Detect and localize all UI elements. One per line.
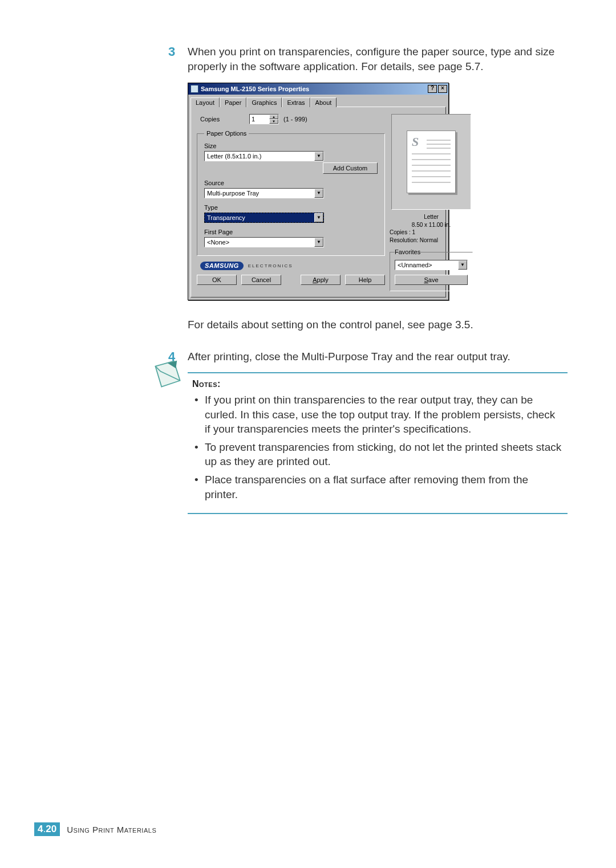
notes-block: Notes: If you print on thin transparenci… [188, 372, 568, 514]
step-3-after-text: For details about setting on the control… [188, 317, 568, 332]
copies-input[interactable] [250, 115, 269, 124]
copies-range: (1 - 999) [283, 116, 307, 123]
ok-button[interactable]: OK [197, 275, 237, 285]
note-item: To prevent transparencies from sticking,… [194, 440, 563, 469]
favorites-value: <Unnamed> [395, 262, 458, 268]
window-title: Samsung ML-2150 Series Properties [201, 85, 428, 92]
brand-subtext: ELECTRONICS [248, 263, 293, 268]
chevron-down-icon[interactable]: ▼ [314, 189, 323, 198]
source-combo[interactable]: Multi-purpose Tray ▼ [204, 188, 324, 198]
chevron-down-icon[interactable]: ▼ [314, 238, 323, 247]
first-page-value: <None> [205, 239, 314, 246]
help-button[interactable]: ? [428, 85, 437, 93]
size-value: Letter (8.5x11.0 in.) [205, 153, 314, 160]
note-item: If you print on thin transparencies to t… [194, 393, 563, 437]
chevron-down-icon[interactable]: ▼ [458, 260, 467, 270]
step-number: 3 [168, 44, 188, 59]
note-icon [152, 358, 183, 390]
save-button[interactable]: Save [395, 275, 468, 285]
paper-options-group: Paper Options Size Letter (8.5x11.0 in.)… [197, 130, 385, 256]
source-value: Multi-purpose Tray [205, 190, 314, 197]
footer-section-title: Using Print Materials [67, 825, 156, 834]
tab-paper[interactable]: Paper [220, 97, 246, 107]
apply-button[interactable]: Apply [301, 275, 341, 285]
preview-size-name: Letter [390, 213, 473, 221]
preview-dimensions: 8.50 x 11.00 in. [390, 221, 473, 229]
preview-s-icon: S [412, 135, 419, 149]
step-4: 4 After printing, close the Multi-Purpos… [168, 349, 568, 364]
step-3: 3 When you print on transparencies, conf… [168, 44, 568, 74]
size-combo[interactable]: Letter (8.5x11.0 in.) ▼ [204, 151, 324, 161]
copies-label: Copies [200, 116, 249, 123]
preview-sheet: S [407, 131, 456, 193]
titlebar: Samsung ML-2150 Series Properties ? × [188, 83, 448, 95]
app-icon [191, 85, 198, 93]
copies-spinner[interactable]: ▲▼ [249, 114, 279, 124]
close-button[interactable]: × [438, 85, 447, 93]
preview-copies: Copies : 1 [390, 229, 473, 237]
preview-resolution: Resolution: Normal [390, 237, 473, 244]
favorites-legend: Favorites [395, 248, 420, 255]
properties-dialog: Samsung ML-2150 Series Properties ? × La… [188, 83, 449, 300]
help-button[interactable]: Help [345, 275, 385, 285]
chevron-down-icon[interactable]: ▼ [314, 152, 323, 161]
paper-options-legend: Paper Options [204, 130, 249, 137]
page-preview: S [391, 114, 471, 210]
brand-row: SAMSUNG ELECTRONICS [200, 262, 385, 270]
tab-layout[interactable]: Layout [191, 97, 220, 107]
tab-about[interactable]: About [310, 97, 337, 107]
page-footer: 4.20 Using Print Materials [34, 822, 156, 836]
size-label: Size [204, 142, 378, 149]
type-combo[interactable]: Transparency ▼ [204, 213, 324, 223]
paper-tab-panel: Copies ▲▼ (1 - 999) Paper Options Size [191, 107, 446, 298]
favorites-combo[interactable]: <Unnamed> ▼ [395, 260, 468, 270]
type-value: Transparency [205, 214, 314, 221]
preview-meta: Letter 8.50 x 11.00 in. Copies : 1 Resol… [390, 213, 473, 244]
cancel-button[interactable]: Cancel [241, 275, 281, 285]
chevron-down-icon[interactable]: ▼ [314, 213, 323, 222]
first-page-combo[interactable]: <None> ▼ [204, 237, 324, 247]
source-label: Source [204, 180, 378, 186]
step-text: After printing, close the Multi-Purpose … [188, 349, 510, 364]
step-text: When you print on transparencies, config… [188, 44, 568, 74]
spinner-arrows[interactable]: ▲▼ [269, 115, 278, 124]
samsung-logo: SAMSUNG [200, 262, 244, 270]
tab-extras[interactable]: Extras [282, 97, 310, 107]
tab-strip: Layout Paper Graphics Extras About [188, 95, 448, 107]
notes-heading: Notes: [192, 379, 563, 389]
note-item: Place transparencies on a flat surface a… [194, 472, 563, 502]
first-page-label: First Page [204, 229, 378, 235]
page-number-badge: 4.20 [34, 822, 60, 836]
add-custom-button[interactable]: Add Custom [323, 162, 378, 174]
favorites-group: Favorites <Unnamed> ▼ Save [390, 248, 473, 291]
properties-dialog-screenshot: Samsung ML-2150 Series Properties ? × La… [188, 83, 568, 300]
tab-graphics[interactable]: Graphics [246, 97, 282, 107]
type-label: Type [204, 204, 378, 211]
